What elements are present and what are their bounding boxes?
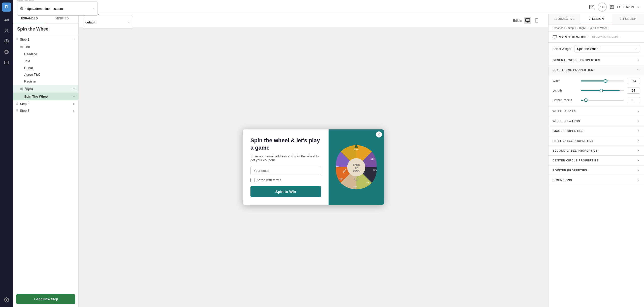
section-dimensions[interactable]: DIMENSIONS [549,175,644,185]
tree-item-agreetnc[interactable]: Agree T&C [13,71,78,78]
section-image-props-title: IMAGE PROPERTIES [553,129,584,132]
prop-length-label: Length [553,89,578,92]
prop-corner-label: Corner Radius [553,98,578,102]
tree-item-email[interactable]: E-Mail [13,64,78,71]
corner-value-input[interactable]: 8 [627,97,640,103]
tree-item-headline[interactable]: Headline [13,51,78,58]
more-spinthewheel[interactable]: ⋯ [71,94,75,99]
tab-design[interactable]: 2. DESIGN [580,14,612,24]
desktop-device-btn[interactable] [524,17,531,24]
tree-label-right: Right [24,87,70,91]
section-first-chevron [636,139,640,143]
tree-label-spinthewheel: Spin The Wheel [24,95,70,98]
mobile-device-btn[interactable] [533,17,540,24]
tree-item-step3[interactable]: ⠿ Step 3 [13,107,78,114]
section-center-circle[interactable]: CENTER CIRCLE PROPERTIES [549,156,644,165]
prop-width-row: Width 174 [553,78,640,84]
website-selector[interactable]: https://demo.fluentos.com [17,2,98,16]
spin-button[interactable]: Spin to Win [250,186,321,197]
length-value-input[interactable]: 94 [627,88,640,94]
globe-small-icon [20,7,23,10]
prop-width-label: Width [553,79,578,83]
section-first-label-title: FIRST LABEL PROPERTIES [553,139,594,142]
leaf-theme-content: Width 174 Length 94 [549,75,644,106]
tree-item-register[interactable]: Register [13,78,78,85]
nav-ab-test[interactable]: A/B [2,16,11,25]
section-second-label[interactable]: SECOND LABEL PROPERTIES [549,146,644,156]
popup-right: ✕ [329,129,384,205]
wheel-pct-50b: 50% [339,178,343,180]
monitor-icon [553,35,557,39]
section-wheel-rewards[interactable]: WHEEL REWARDS [549,116,644,126]
width-value-input[interactable]: 174 [627,78,640,84]
popup-email-input[interactable] [250,166,321,175]
tree-item-step1[interactable]: ⠿ Step 1 [13,36,78,43]
panel-title: Spin the Wheel [13,23,78,35]
section-leaf-theme[interactable]: LEAF THEME PROPERTIES [549,65,644,75]
section-pointer-props[interactable]: POINTER PROPERTIES [549,165,644,175]
drag-handle-step3: ⠿ [16,109,18,113]
svg-rect-13 [535,19,538,22]
prop-width-slider-wrap [581,80,624,81]
tab-publish[interactable]: 3. PUBLISH [612,14,644,24]
width-slider[interactable] [581,80,624,81]
widget-select-chevron [634,47,637,50]
wheel-center-line3: LUCK [353,169,360,172]
left-panel: EXPANDED MINIFIED Spin the Wheel ⠿ Step … [13,14,79,307]
svg-point-5 [6,299,7,301]
fullname-btn[interactable]: FULL NAME [617,5,640,9]
widget-header: SPIN THE WHEEL 18de-1260-0bb8-d493 [549,32,644,43]
tab-objective[interactable]: 1. OBJECTIVE [549,14,580,24]
section-general-wheel[interactable]: GENERAL WHEEL PROPERTIES [549,55,644,65]
tree-item-left[interactable]: ⊞ Left ⋯ [13,43,78,51]
right-panel-tabs: 1. OBJECTIVE 2. DESIGN 3. PUBLISH [549,14,644,24]
canvas-toolbar: Current Locale default Edit in [79,14,548,27]
section-wheel-slices[interactable]: WHEEL SLICES [549,106,644,116]
section-general-wheel-title: GENERAL WHEEL PROPERTIES [553,59,600,62]
popup-close-btn[interactable]: ✕ [376,131,382,137]
wheel-pct-25b: 25% [353,185,357,187]
length-slider[interactable] [581,90,624,91]
drag-handle-step1: ⠿ [16,38,18,41]
tree-container: ⠿ Step 1 ⊞ Left ⋯ Headline Text [13,35,78,291]
wheel-center-line2: OF [355,166,358,169]
mail-icon[interactable] [589,4,595,10]
prop-corner-slider-wrap [581,100,624,101]
section-first-label[interactable]: FIRST LABEL PROPERTIES [549,136,644,146]
section-pointer-title: POINTER PROPERTIES [553,169,587,172]
widget-id-label: 18de-1260-0bb8-d493 [592,36,619,39]
nav-billing[interactable] [2,58,11,67]
canvas-viewport: Spin the wheel & let's play a game Enter… [79,27,548,307]
section-image-chevron [636,129,640,133]
locale-selector[interactable]: default [83,16,133,29]
wheel-svg: GIFT 25% 15% 50% 5% 25% 50% 25% [332,143,380,191]
app-logo: FI [2,3,11,12]
canvas-area: Current Locale default Edit in [79,14,548,307]
prop-corner-row: Corner Radius 8 [553,97,640,103]
nav-settings[interactable] [2,295,11,304]
section-rewards-chevron [636,119,640,123]
add-step-button[interactable]: + Add New Step [16,294,75,304]
svg-rect-8 [610,6,614,9]
section-image-props[interactable]: IMAGE PROPERTIES [549,126,644,136]
tree-item-right[interactable]: ⊞ Right ⋯ [13,85,78,93]
section-center-circle-title: CENTER CIRCLE PROPERTIES [553,159,598,162]
tree-item-step2[interactable]: ⠿ Step 2 [13,100,78,107]
more-right[interactable]: ⋯ [71,86,75,91]
tree-label-headline: Headline [24,52,75,56]
fullname-chevron-icon [637,6,640,9]
tree-item-text[interactable]: Text [13,58,78,64]
svg-point-0 [6,29,8,31]
drag-handle-step2: ⠿ [16,102,18,106]
agree-checkbox[interactable] [250,178,254,182]
nav-globe[interactable] [2,47,11,57]
widget-select-dropdown[interactable]: Spin the Wheel [574,45,640,52]
nav-segments[interactable] [2,37,11,46]
tree-item-spinthewheel[interactable]: Spin The Wheel ⋯ [13,93,78,100]
corner-slider[interactable] [581,100,624,101]
wheel-pct-15: 15% [371,158,374,160]
props-container: GENERAL WHEEL PROPERTIES LEAF THEME PROP… [549,55,644,307]
main-wrapper: Select Website https://demo.fluentos.com… [13,0,644,307]
section-second-chevron [636,149,640,152]
nav-users[interactable] [2,26,11,35]
